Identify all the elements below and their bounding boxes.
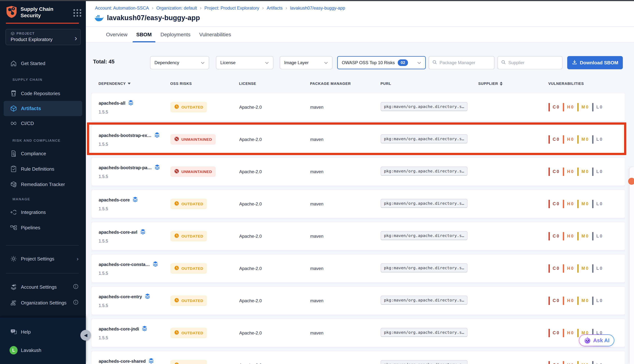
column-header-supplier[interactable]: SUPPLIER bbox=[478, 82, 548, 86]
oss-risk-label: OUTDATED bbox=[181, 331, 203, 335]
sidebar-item-remediation-tracker[interactable]: Remediation Tracker bbox=[0, 179, 86, 190]
sidebar-item-project-settings[interactable]: Project Settings › bbox=[0, 254, 86, 264]
sidebar-item-help[interactable]: ? Help bbox=[0, 327, 86, 337]
critical-bar bbox=[548, 168, 550, 176]
avatar: L bbox=[10, 346, 18, 354]
medium-count: M0 bbox=[581, 298, 589, 303]
svg-text:?: ? bbox=[12, 330, 14, 332]
download-sbom-button[interactable]: Download SBOM bbox=[567, 56, 623, 69]
purl-pill[interactable]: pkg:maven/org.apache.directory.s… bbox=[381, 134, 467, 143]
table-row[interactable]: apacheds-core-jndi 1.5.5 OUTDATED Apache… bbox=[91, 319, 625, 347]
tab-vulnerabilities[interactable]: Vulnerabilities bbox=[195, 27, 235, 42]
table-row[interactable]: apacheds-core 1.5.5 OUTDATED Apache-2.0 … bbox=[91, 190, 625, 218]
outdated-clock-icon bbox=[174, 330, 179, 336]
sort-desc-icon bbox=[128, 83, 131, 84]
sidebar-item-code-repositories[interactable]: Code Repositories bbox=[0, 88, 86, 98]
high-bar bbox=[563, 361, 564, 364]
sidebar-collapse-handle[interactable]: ◀ bbox=[80, 330, 91, 340]
owasp-risks-filter-dropdown[interactable]: OWASP OSS Top 10 Risks 02 bbox=[337, 56, 426, 69]
breadcrumb-project[interactable]: Project: Product Exploratory bbox=[204, 6, 259, 11]
sidebar-item-account-settings[interactable]: Account Settings bbox=[0, 282, 86, 292]
dependency-filter-dropdown[interactable]: Dependency bbox=[150, 56, 209, 69]
sidebar-item-integrations[interactable]: Integrations bbox=[0, 207, 86, 217]
purl-pill[interactable]: pkg:maven/org.apache.directory.s… bbox=[381, 296, 467, 304]
table-row[interactable]: apacheds-bootstrap-pa… 1.5.5 UNMAINTAINE… bbox=[91, 158, 625, 186]
vulnerability-counts: C0 H0 M0 L0 bbox=[548, 296, 625, 305]
layers-icon bbox=[148, 358, 154, 364]
info-icon[interactable] bbox=[73, 284, 79, 290]
dependency-name: apacheds-core bbox=[99, 198, 130, 202]
sidebar-item-rule-definitions[interactable]: Rule Definitions bbox=[0, 164, 86, 174]
oss-risk-label: OUTDATED bbox=[181, 298, 203, 303]
purl-pill[interactable]: pkg:maven/org.apache.directory.s… bbox=[381, 166, 467, 176]
column-header-dependency[interactable]: DEPENDENCY bbox=[99, 82, 170, 86]
user-menu[interactable]: L Lavakush bbox=[0, 345, 86, 356]
app-logo-row: Supply Chain Security bbox=[6, 6, 82, 19]
purl-pill[interactable]: pkg:maven/org.apache.directory.s… bbox=[381, 360, 467, 364]
table-row[interactable]: apacheds-core-avl 1.5.5 OUTDATED Apache-… bbox=[91, 222, 625, 250]
purl-pill[interactable]: pkg:maven/org.apache.directory.s… bbox=[381, 102, 467, 111]
purl-pill[interactable]: pkg:maven/org.apache.directory.s… bbox=[381, 264, 467, 272]
tab-sbom[interactable]: SBOM bbox=[132, 27, 156, 42]
breadcrumb-artifacts[interactable]: Artifacts bbox=[267, 6, 283, 11]
high-count: H0 bbox=[567, 330, 574, 336]
chevron-down-icon bbox=[265, 60, 269, 65]
table-row[interactable]: apacheds-core-shared 1.5.5 OUTDATED Apac… bbox=[91, 351, 625, 364]
low-count: L0 bbox=[596, 202, 603, 206]
breadcrumb-organization[interactable]: Organization: default bbox=[156, 6, 197, 11]
search-icon bbox=[501, 60, 506, 66]
high-count: H0 bbox=[567, 169, 574, 174]
dependency-name: apacheds-core-jndi bbox=[99, 326, 139, 332]
tab-overview[interactable]: Overview bbox=[102, 27, 132, 42]
table-row[interactable]: apacheds-core-consta… 1.5.5 OUTDATED Apa… bbox=[91, 254, 625, 282]
critical-count: C0 bbox=[553, 202, 560, 206]
dependency-table-body: apacheds-all 1.5.5 OUTDATED Apache-2.0 m… bbox=[91, 93, 625, 364]
project-label: PROJECT bbox=[17, 32, 35, 36]
package-manager-value: maven bbox=[310, 363, 381, 364]
supplier-search-input[interactable] bbox=[508, 60, 559, 65]
image-layer-filter-dropdown[interactable]: Image Layer bbox=[280, 56, 333, 69]
table-row[interactable]: apacheds-core-entry 1.5.5 OUTDATED Apach… bbox=[91, 286, 625, 315]
package-manager-search[interactable] bbox=[429, 56, 495, 69]
critical-bar bbox=[548, 103, 550, 112]
info-icon[interactable] bbox=[73, 300, 79, 306]
low-bar bbox=[592, 135, 593, 144]
sidebar-item-get-started[interactable]: Get Started bbox=[0, 58, 86, 68]
license-filter-dropdown[interactable]: License bbox=[216, 56, 273, 69]
medium-bar bbox=[577, 296, 579, 305]
scrollbar-track[interactable] bbox=[629, 167, 634, 364]
chevron-down-icon bbox=[417, 60, 421, 65]
purl-pill[interactable]: pkg:maven/org.apache.directory.s… bbox=[381, 199, 467, 208]
critical-count: C0 bbox=[553, 234, 560, 239]
sidebar-item-organization-settings[interactable]: Organization Settings bbox=[0, 298, 86, 308]
sidebar-item-pipelines[interactable]: Pipelines bbox=[0, 222, 86, 233]
breadcrumb-separator: › bbox=[152, 5, 153, 11]
low-count: L0 bbox=[596, 137, 603, 142]
sidebar-item-compliance[interactable]: Compliance bbox=[0, 148, 86, 159]
license-value: Apache-2.0 bbox=[239, 137, 310, 142]
clipboard-check-icon bbox=[10, 166, 18, 172]
license-value: Apache-2.0 bbox=[239, 202, 310, 206]
screen: Supply Chain Security PROJECT Product Ex… bbox=[0, 0, 634, 364]
sidebar-item-artifacts[interactable]: Artifacts bbox=[4, 101, 82, 116]
package-manager-search-input[interactable] bbox=[440, 60, 491, 65]
sidebar-item-cicd[interactable]: CI/CD bbox=[0, 118, 86, 128]
table-row-highlighted[interactable]: apacheds-bootstrap-ex… 1.5.5 UNMAINTAINE… bbox=[91, 125, 625, 154]
breadcrumb-current[interactable]: lavakush07/easy-buggy-app bbox=[290, 6, 345, 11]
high-count: H0 bbox=[567, 266, 574, 271]
project-selector[interactable]: PROJECT Product Exploratory › bbox=[6, 29, 81, 45]
supplier-search[interactable] bbox=[497, 56, 562, 69]
project-cube-icon bbox=[11, 32, 15, 36]
page-title: lavakush07/easy-buggy-app bbox=[107, 14, 200, 22]
purl-pill[interactable]: pkg:maven/org.apache.directory.s… bbox=[381, 328, 467, 337]
chevron-down-icon bbox=[201, 60, 205, 65]
oss-risk-badge: UNMAINTAINED bbox=[170, 166, 216, 177]
table-row[interactable]: apacheds-all 1.5.5 OUTDATED Apache-2.0 m… bbox=[91, 93, 625, 121]
critical-count: C0 bbox=[553, 298, 560, 303]
purl-pill[interactable]: pkg:maven/org.apache.directory.s… bbox=[381, 231, 467, 240]
tab-deployments[interactable]: Deployments bbox=[156, 27, 195, 42]
ask-ai-button[interactable]: Ask AI bbox=[579, 334, 614, 346]
breadcrumb-account[interactable]: Account: Automation-SSCA bbox=[95, 6, 149, 11]
module-grid-icon[interactable] bbox=[73, 9, 82, 17]
vulnerability-counts: C0 H0 M0 L0 bbox=[548, 264, 625, 273]
